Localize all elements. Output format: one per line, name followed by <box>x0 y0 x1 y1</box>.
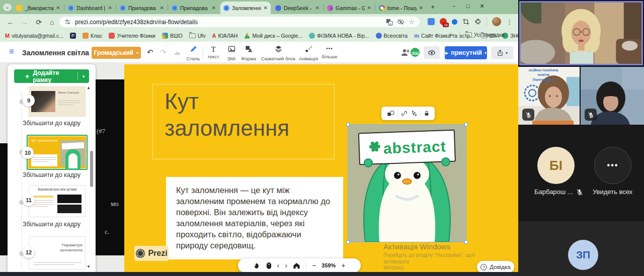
bookmarks-overflow[interactable]: » <box>449 31 453 38</box>
overview-home-icon[interactable] <box>293 262 300 269</box>
tab-close-icon[interactable]: ✕ <box>419 5 423 11</box>
prezi-canvas[interactable]: (#7 мо с. Кут заломлення Кут заломлення … <box>0 63 518 272</box>
video-tile-speaker[interactable] <box>519 1 643 65</box>
frame-thumbnail-12[interactable]: Параметри заломлення <box>29 236 86 269</box>
next-frame-icon[interactable]: › <box>285 261 287 269</box>
chrome-menu-icon[interactable]: ⋮ <box>506 18 513 26</box>
video-tile-participant[interactable] <box>581 67 644 125</box>
screenshot-icon[interactable] <box>462 18 469 25</box>
frame-thumbnail-10-selected[interactable]: Кут заломлення <box>27 135 88 170</box>
tab[interactable]: Gammas - Gam✕ <box>324 2 374 14</box>
undo-icon[interactable]: ↶ <box>147 48 153 57</box>
scroll-down-icon[interactable]: ▼ <box>87 264 91 269</box>
prev-frame-icon[interactable]: ‹ <box>277 261 280 269</box>
resize-handle[interactable] <box>464 123 468 126</box>
tab[interactable]: Приладова пан✕ <box>117 2 167 14</box>
tab-close-icon[interactable]: ✕ <box>56 5 60 11</box>
hamburger-menu-icon[interactable]: ≡ <box>9 47 14 57</box>
profile-avatar[interactable] <box>492 17 501 26</box>
bookmark[interactable]: AЮАЛАН <box>212 33 238 39</box>
all-bookmarks-folder[interactable]: Усі закладки <box>465 32 504 38</box>
zoom-level[interactable]: 359% <box>321 262 336 268</box>
new-tab-button[interactable]: + <box>428 3 437 11</box>
scroll-up-icon[interactable]: ▲ <box>87 85 91 90</box>
extension-icon[interactable] <box>452 19 457 25</box>
tool-story-block[interactable]: Сюжетний блок <box>258 45 298 61</box>
frame-thumbnail-11[interactable]: Взаємозв'язок між кутами <box>29 185 86 217</box>
zoom-out-icon[interactable]: − <box>312 261 316 269</box>
back-icon[interactable]: ← <box>6 18 15 26</box>
see-all-label[interactable]: Увидеть всех <box>593 188 632 196</box>
tab[interactable]: _Використання✕ <box>13 2 63 14</box>
bookmark[interactable]: ВШО <box>162 33 183 39</box>
redo-icon[interactable]: ↷ <box>160 48 167 57</box>
mouse-tool-icon[interactable] <box>266 262 272 269</box>
tab-close-icon[interactable]: ✕ <box>264 5 268 11</box>
site-settings-icon[interactable] <box>64 19 71 25</box>
resize-handle[interactable] <box>346 240 350 244</box>
tab[interactable]: DeepSeek - Int✕ <box>272 2 323 14</box>
lock-icon[interactable] <box>424 110 430 117</box>
eye-off-icon[interactable] <box>397 18 405 26</box>
resize-handle[interactable] <box>464 240 468 244</box>
tab[interactable]: Dashboard | Pre✕ <box>65 2 115 14</box>
extensions-puzzle-icon[interactable] <box>474 18 481 25</box>
tab[interactable]: Приладова пан✕ <box>169 2 219 14</box>
replace-image-icon[interactable] <box>387 110 394 117</box>
participant-avatar[interactable]: БІ <box>537 147 575 184</box>
add-collaborator-icon[interactable] <box>401 48 410 56</box>
resize-handle[interactable] <box>346 123 350 126</box>
selected-image-penguin[interactable]: abstract <box>348 125 466 242</box>
sidebar-scrollbar[interactable] <box>90 151 93 187</box>
collaborator-badge[interactable]: ЗШ <box>410 47 421 58</box>
link-icon[interactable] <box>401 110 408 117</box>
slide-title[interactable]: Кут заломлення <box>165 88 310 142</box>
add-frame-button[interactable]: + Додайте рамку ▾ <box>14 69 89 83</box>
frame-thumbnail-9[interactable]: Закон Снелуса <box>29 86 86 117</box>
slide-surface[interactable]: Кут заломлення Кут заломлення — це кут м… <box>124 64 518 272</box>
bookmark-star-icon[interactable]: ☆ <box>409 18 415 26</box>
video-tile-no-camera[interactable]: ЗП <box>518 221 644 276</box>
translate-icon[interactable] <box>386 19 393 26</box>
home-icon[interactable]: ⌂ <box>47 18 56 26</box>
tab-search-caret-icon[interactable]: ⌄ <box>3 4 12 11</box>
video-tile-participant[interactable]: есійно-технічна освіта Полтавщин <box>518 67 580 125</box>
bookmark-gmail[interactable]: Mvitulyanata@gmail.c... <box>5 33 63 39</box>
zoom-to-frame-label[interactable]: Збільшити до кадру <box>8 120 96 127</box>
presentation-title[interactable]: Заломлення світла <box>22 49 89 57</box>
minimize-button[interactable]: − <box>449 3 458 9</box>
share-button[interactable]: ▾ <box>491 46 513 59</box>
zoom-to-frame-label[interactable]: Збільшити до кадру <box>8 171 96 178</box>
visibility-button[interactable]: Громадський▾ <box>92 47 141 59</box>
forward-icon[interactable]: → <box>20 18 29 26</box>
tab-close-icon[interactable]: ✕ <box>315 5 319 11</box>
bookmark[interactable]: Учителю Фізики <box>109 33 155 39</box>
see-all-button[interactable]: ••• <box>594 147 631 184</box>
viewers-pill[interactable] <box>424 46 440 59</box>
bookmark[interactable]: Клас <box>83 33 102 39</box>
extension-icon[interactable]: 16 <box>440 18 447 25</box>
chevron-down-icon[interactable]: ▾ <box>78 74 89 79</box>
bookmark-drive[interactable]: Мой диск – Google... <box>244 33 302 39</box>
zoom-in-icon[interactable]: + <box>341 261 345 269</box>
cursor-link-icon[interactable] <box>411 110 417 117</box>
tab-close-icon[interactable]: ✕ <box>367 5 371 11</box>
slide-body-textbox[interactable]: Кут заломлення — це кут між заломленим п… <box>166 177 343 259</box>
extension-icon[interactable] <box>428 18 435 25</box>
bookmark-prezi[interactable]: P <box>70 33 76 39</box>
tab-active[interactable]: Заломлення сві✕ <box>220 2 271 14</box>
tab-close-icon[interactable]: ✕ <box>160 5 164 11</box>
help-button[interactable]: ? Довідка <box>477 261 514 272</box>
present-button[interactable]: ▶присутній▾ <box>445 46 487 59</box>
hand-tool-icon[interactable] <box>254 262 261 269</box>
reload-icon[interactable]: ⟳ <box>34 18 43 26</box>
tab-close-icon[interactable]: ✕ <box>212 5 216 11</box>
bookmark[interactable]: Всеосвіта <box>376 33 408 39</box>
zoom-to-frame-label[interactable]: Збільшити до кадру <box>8 221 96 228</box>
tab[interactable]: tome - Пошук✕ <box>376 2 426 14</box>
bookmark[interactable]: ФІЗИКА НОВА - Вір... <box>309 33 369 39</box>
bookmark-folder[interactable]: Ufv <box>189 33 206 39</box>
maximize-button[interactable]: □ <box>463 3 472 9</box>
close-button[interactable]: ✕ <box>477 3 487 10</box>
tab-close-icon[interactable]: ✕ <box>108 5 112 11</box>
